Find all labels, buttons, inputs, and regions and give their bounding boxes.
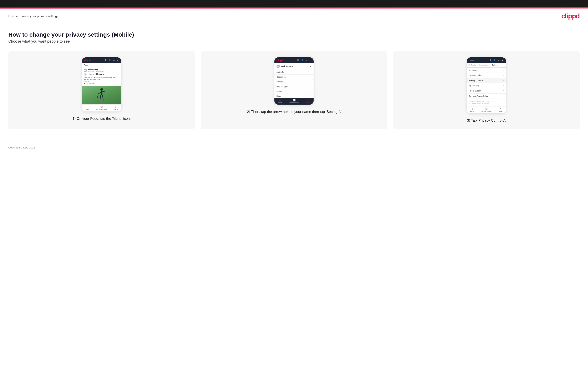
step-2-card: clippd 🔍 👤 ⊕ ▾ clippd — [201, 51, 387, 129]
step-3-card: ‹ Back 🔍 👤 ⊕ ▾ My Profile Connections Se… — [393, 51, 580, 129]
my-account-label: My Account — [469, 69, 478, 71]
chevron-down-icon: ▾ — [116, 59, 119, 62]
help-label: Help & Support — [469, 90, 481, 92]
phone-mockup-3: ‹ Back 🔍 👤 ⊕ ▾ My Profile Connections Se… — [467, 57, 506, 113]
lesson-title: Lesson with Fordy — [88, 73, 104, 75]
settings-search-icon: 🔍 — [489, 59, 492, 62]
lesson-text: Looking to feel like my hands are exitin… — [84, 76, 120, 80]
menu-search-icon: 🔍 — [297, 59, 300, 62]
bottom-home-3: ⌂ Home — [470, 108, 474, 112]
close-icon: ✕ — [307, 99, 309, 101]
settings-nav: ‹ Back 🔍 👤 ⊕ ▾ — [467, 57, 506, 63]
settings-chevron-icon: ▾ — [501, 59, 504, 62]
external-icon-policy: ↗ — [502, 95, 504, 97]
bottom-perf-3: 📈 My Performance — [481, 108, 492, 112]
feed-name: Blair McHarg — [88, 69, 104, 70]
chevron-up-icon: ▲ — [309, 65, 311, 67]
step-1-caption: 1) On your Feed, tap the 'Menu' icon. — [72, 116, 131, 121]
settings-item-privacy-controls[interactable]: Privacy Controls › — [467, 78, 506, 83]
phone-logo-1: clippd — [84, 59, 91, 62]
back-chevron: ‹ — [469, 59, 469, 61]
svg-line-6 — [97, 94, 98, 98]
menu-icon-3: ≡ — [500, 108, 501, 110]
home-icon: ⌂ — [87, 106, 88, 108]
avatar: BM — [84, 69, 87, 72]
data-integrations-label: Data Integrations — [469, 74, 483, 76]
menu-profile-icon: 👤 — [301, 59, 303, 62]
menu-user-row: BM Blair McHarg ▲ — [274, 63, 314, 70]
header: How to change your privacy settings clip… — [0, 8, 588, 23]
top-bar — [0, 0, 588, 8]
back-label: Back — [470, 59, 474, 61]
settings-item-help[interactable]: Help & Support ↗ — [467, 88, 506, 93]
main-content: How to change your privacy settings (Mob… — [0, 23, 588, 142]
perf-label-3: My Performance — [481, 111, 492, 112]
phone-bottom-nav-3: ⌂ Home 📈 My Performance ≡ Menu — [467, 106, 506, 113]
page-heading: How to change your privacy settings (Mob… — [8, 31, 580, 38]
menu-item-connections[interactable]: Connections — [274, 75, 314, 79]
menu-item-logout[interactable]: Logout — [274, 89, 314, 94]
home-label-2: Home — [278, 102, 282, 103]
settings-profile-icon: 👤 — [493, 59, 496, 62]
bottom-nav-home: ⌂ Home — [86, 106, 89, 110]
svg-line-4 — [100, 95, 101, 100]
duration-label: Duration — [84, 81, 120, 82]
step-3-caption: 3) Tap 'Privacy Controls'. — [467, 118, 506, 123]
feed-item: BM Blair McHarg Yesterday · Sunningdale … — [82, 67, 121, 86]
feed-label: Feed — [82, 63, 121, 67]
menu-icon: ≡ — [115, 106, 116, 108]
bottom-menu-2: ✕ Menu — [306, 99, 310, 103]
settings-plus-icon: ⊕ — [497, 59, 500, 62]
menu-header: clippd 🔍 👤 ⊕ ▾ — [274, 57, 314, 63]
chevron-right-golf: › — [503, 85, 504, 87]
bottom-nav-menu: ≡ Menu — [114, 106, 118, 110]
perf-label-2: My Performance — [289, 102, 299, 103]
tab-settings[interactable]: Settings — [490, 63, 500, 67]
logo: clippd — [561, 12, 580, 20]
chevron-right-data: › — [503, 74, 504, 76]
back-button[interactable]: ‹ Back — [469, 59, 474, 61]
menu-item-help[interactable]: Help & Support ↗ — [274, 84, 314, 89]
svg-rect-1 — [101, 91, 103, 95]
bottom-home-2: ⌂ Home — [278, 99, 282, 103]
phone-bottom-nav-2: ⌂ Home 📈 My Performance ✕ Menu — [274, 98, 314, 105]
home-label-3: Home — [470, 110, 474, 112]
settings-item-privacy-policy[interactable]: Service & Privacy Policy ↗ — [467, 93, 506, 99]
menu-label-2: Menu — [306, 102, 310, 103]
home-icon-2: ⌂ — [279, 99, 281, 101]
privacy-policy-label: Service & Privacy Policy — [469, 95, 488, 97]
bottom-nav-performance: 📈 My Performance — [96, 106, 107, 110]
menu-chevron-icon: ▾ — [309, 59, 311, 62]
lesson-icon: ✎ — [84, 73, 86, 76]
bottom-perf-2: 📈 My Performance — [289, 99, 299, 103]
menu-label: Menu — [114, 109, 118, 110]
feed-user: BM Blair McHarg Yesterday · Sunningdale — [84, 69, 120, 72]
golf-bag-label: My Golf Bag — [469, 85, 479, 87]
tab-my-profile[interactable]: My Profile — [467, 63, 478, 67]
golfer-silhouette — [96, 88, 107, 104]
chart-icon: 📈 — [100, 106, 103, 108]
step-1-card: clippd 🔍 👤 ⊕ ▾ Feed BM Blair McHar — [8, 51, 195, 129]
home-label: Home — [86, 109, 89, 110]
chart-icon-2: 📈 — [293, 99, 296, 101]
chart-icon-3: 📈 — [485, 108, 488, 110]
golf-image — [82, 86, 121, 104]
gql-version: GQL Server Version: 2022.7.30-1 — [469, 102, 504, 105]
settings-footer: Clippd Client Version: 2022.8.3-3 GQL Se… — [467, 99, 506, 106]
menu-home-label: Home — [277, 95, 281, 97]
settings-item-my-account[interactable]: My Account › — [467, 67, 506, 73]
svg-line-3 — [102, 92, 104, 92]
phone-bottom-nav-1: ⌂ Home 📈 My Performance ≡ Menu — [82, 104, 121, 111]
menu-item-profile[interactable]: My Profile — [274, 70, 314, 75]
menu-item-settings[interactable]: Settings — [274, 79, 314, 84]
steps-row: clippd 🔍 👤 ⊕ ▾ Feed BM Blair McHar — [8, 51, 580, 129]
settings-item-golf-bag[interactable]: My Golf Bag › — [467, 83, 506, 88]
settings-item-data-integrations[interactable]: Data Integrations › — [467, 73, 506, 78]
phone-nav-1: clippd 🔍 👤 ⊕ ▾ — [82, 57, 121, 63]
settings-tabs: My Profile Connections Settings — [467, 63, 506, 67]
home-icon-3: ⌂ — [472, 108, 473, 110]
phone-nav-icons-1: 🔍 👤 ⊕ ▾ — [104, 59, 119, 62]
settings-nav-icons: 🔍 👤 ⊕ ▾ — [489, 59, 504, 62]
menu-plus-icon: ⊕ — [305, 59, 308, 62]
tab-connections[interactable]: Connections — [478, 63, 490, 67]
